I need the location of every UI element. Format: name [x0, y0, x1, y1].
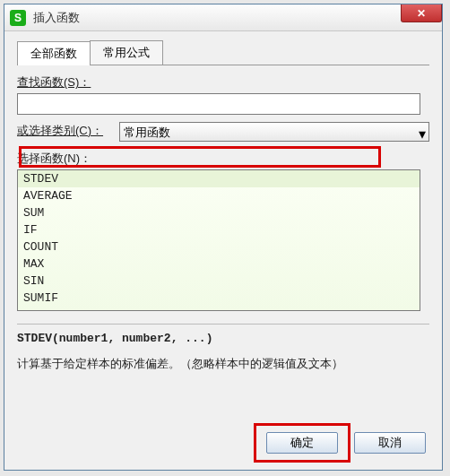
list-item[interactable]: AVERAGE [18, 187, 420, 204]
function-signature: STDEV(number1, number2, ...) [17, 332, 429, 345]
titlebar: S 插入函数 ✕ [4, 4, 442, 31]
search-label: 查找函数(S)： [17, 74, 429, 91]
select-function-label: 选择函数(N)： [17, 151, 429, 167]
cancel-button[interactable]: 取消 [354, 432, 426, 454]
list-item[interactable]: STDEV [18, 170, 420, 187]
app-icon: S [10, 10, 26, 26]
tab-strip: 全部函数 常用公式 [17, 40, 429, 65]
list-item[interactable]: MAX [18, 255, 420, 273]
dialog-content: 全部函数 常用公式 查找函数(S)： 或选择类别(C)： 常用函数 ▾ 选择函数… [4, 31, 442, 381]
category-select[interactable]: 常用函数 [119, 122, 429, 142]
button-row: 确定 取消 [266, 432, 426, 454]
close-icon: ✕ [417, 7, 426, 20]
list-item[interactable]: SUMIF [18, 290, 420, 307]
list-item[interactable]: COUNT [18, 238, 420, 255]
insert-function-dialog: S 插入函数 ✕ 全部函数 常用公式 查找函数(S)： 或选择类别(C)： 常用… [4, 4, 443, 471]
list-item[interactable]: SIN [18, 273, 420, 290]
list-item[interactable]: SUM [18, 204, 420, 221]
function-listbox[interactable]: STDEV AVERAGE SUM IF COUNT MAX SIN SUMIF [17, 169, 420, 311]
search-input[interactable] [17, 93, 420, 115]
category-label: 或选择类别(C)： [17, 123, 103, 139]
function-description: 计算基于给定样本的标准偏差。（忽略样本中的逻辑值及文本） [17, 356, 429, 372]
close-button[interactable]: ✕ [401, 4, 442, 22]
list-item[interactable]: IF [18, 221, 420, 238]
tab-common-formulas[interactable]: 常用公式 [90, 40, 163, 65]
tab-all-functions[interactable]: 全部函数 [17, 41, 91, 65]
divider [17, 324, 429, 325]
ok-button[interactable]: 确定 [266, 432, 338, 454]
window-title: 插入函数 [33, 10, 80, 26]
